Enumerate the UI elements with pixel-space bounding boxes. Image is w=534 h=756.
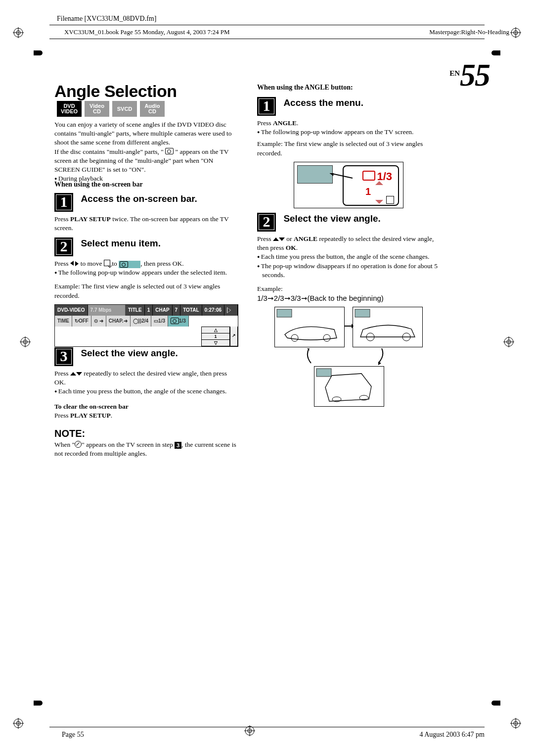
arrow-icon — [304, 348, 452, 457]
header-masterpage: Masterpage:Right-No-Heading — [429, 28, 509, 36]
badge-dvd-video: DVDVIDEO — [57, 101, 82, 117]
camera-icon — [120, 261, 128, 268]
prohibit-icon — [75, 441, 82, 448]
subheading: To clear the on-screen bar — [54, 402, 237, 411]
step-body: Press PLAY SETUP twice. The on-screen ba… — [54, 215, 237, 233]
svg-marker-40 — [352, 324, 354, 329]
step-number-2: 2 — [54, 237, 73, 256]
step-title: Select the view angle. — [81, 348, 178, 358]
badge-video-cd: VideoCD — [85, 101, 109, 117]
subheading: When using the ANGLE button: — [257, 83, 440, 93]
step-body: Press ANGLE. — [257, 119, 440, 128]
disc-badges: DVDVIDEO VideoCD SVCD AudioCD — [57, 101, 165, 117]
osd-angle-down: ▽ — [202, 339, 229, 346]
step-body: Press or ANGLE repeatedly to select the … — [257, 235, 440, 252]
header-rule — [49, 39, 485, 39]
footer-page: Page 55 — [62, 731, 84, 739]
example-label: Example: The first view angle is selecte… — [54, 282, 237, 300]
registration-mark-icon — [20, 336, 31, 347]
svg-point-32 — [323, 334, 330, 341]
crop-mark — [34, 50, 43, 55]
osd-angle-value: 1 — [202, 333, 229, 339]
note-body: When "" appears on the TV screen in step… — [54, 440, 237, 458]
step-title: Access the on-screen bar. — [81, 193, 197, 204]
car-angle-illustration — [274, 307, 423, 416]
crop-mark — [491, 50, 500, 55]
footer-timestamp: 4 August 2003 6:47 pm — [420, 731, 485, 739]
step-bullet: The following pop-up window appears unde… — [54, 268, 237, 277]
registration-mark-icon — [503, 336, 514, 347]
angle-sequence: 1/3➞2/3➞3/3➞(Back to the beginning) — [257, 293, 440, 303]
footer-rule — [49, 727, 485, 727]
step-title: Access the menu. — [283, 97, 363, 108]
step-bullet: The pop-up window disappears if no opera… — [257, 262, 440, 280]
example-label: Example: The first view angle is selecte… — [257, 140, 440, 157]
camera-icon — [171, 318, 179, 324]
crop-mark — [34, 701, 43, 706]
intro-text: You can enjoy a variety of scene angles … — [54, 120, 237, 184]
subheading: When using the on-screen bar — [54, 180, 237, 189]
step-title: Select the view angle. — [283, 213, 380, 224]
pointer-line — [330, 173, 355, 183]
cursor-icon — [104, 260, 110, 266]
header-bookline: XVC33UM_01.book Page 55 Monday, August 4… — [64, 28, 230, 36]
cursor-icon: ↗ — [230, 327, 238, 346]
osd-example: DVD-VIDEO 7.7 Mbps TITLE1 CHAP7 TOTAL0:2… — [54, 304, 238, 347]
down-icon — [375, 200, 383, 204]
crop-mark — [491, 701, 500, 706]
step-body: Press PLAY SETUP. — [54, 411, 237, 420]
camera-icon — [362, 171, 375, 181]
note-heading: NOTE: — [54, 427, 237, 440]
registration-mark-icon — [13, 718, 24, 729]
step-bullet: Each time you press the button, the angl… — [54, 387, 237, 396]
cursor-icon — [386, 196, 394, 204]
registration-mark-icon — [13, 27, 24, 38]
header-filename: Filename [XVC33UM_08DVD.fm] — [57, 15, 156, 23]
registration-mark-icon — [510, 718, 521, 729]
svg-rect-30 — [277, 309, 292, 317]
step-bullet: Each time you press the button, the angl… — [257, 252, 440, 261]
angle-current: 1 — [365, 185, 371, 198]
scene-thumb — [297, 165, 333, 184]
step-number-1: 1 — [257, 97, 276, 116]
step-number-2: 2 — [257, 213, 276, 232]
section-title: Angle Selection — [54, 82, 177, 101]
step-body: Press repeatedly to select the desired v… — [54, 369, 237, 387]
step-number-1: 1 — [54, 193, 73, 212]
svg-rect-33 — [355, 309, 370, 317]
svg-point-31 — [291, 334, 298, 341]
example-label: Example: — [257, 284, 440, 293]
step-ref-3: 3 — [175, 442, 181, 449]
registration-mark-icon — [510, 27, 521, 38]
camera-icon — [165, 148, 174, 154]
page-number: EN55 — [449, 57, 490, 94]
osd-angle-up: △ — [202, 327, 229, 333]
step-body: Press to move to , then press OK. — [54, 259, 237, 268]
header-rule — [49, 25, 485, 25]
step-title: Select menu item. — [81, 238, 161, 248]
svg-marker-29 — [330, 173, 334, 176]
play-icon — [227, 307, 231, 313]
badge-svcd: SVCD — [112, 101, 137, 117]
angle-popup: 1/3 1 — [294, 162, 403, 208]
step-number-3: 3 — [54, 347, 73, 366]
step-bullet: The following pop-up window appears on t… — [257, 128, 440, 137]
badge-audio-cd: AudioCD — [140, 101, 165, 117]
up-icon — [375, 181, 383, 185]
